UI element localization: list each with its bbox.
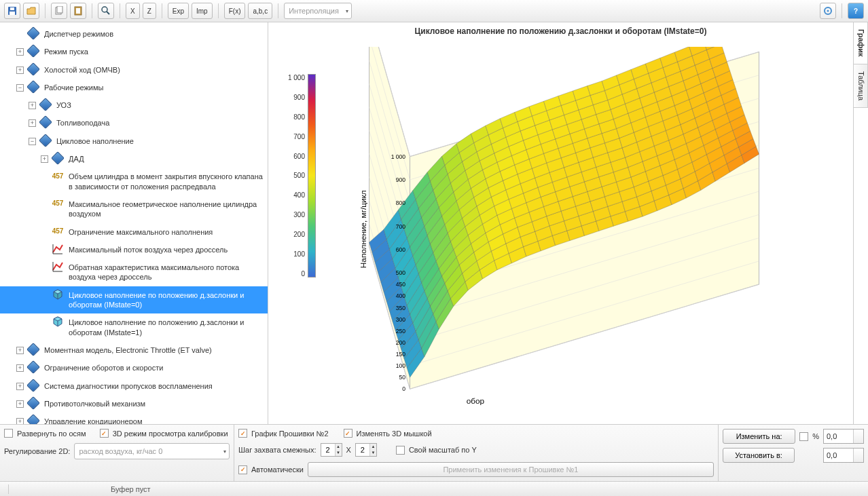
tree-item-label: Управление кондиционером	[44, 414, 265, 424]
diamond-icon	[26, 26, 40, 40]
buffer-status: Буфер пуст	[111, 485, 151, 493]
tree-expander[interactable]: −	[29, 138, 36, 145]
find-button[interactable]	[98, 3, 114, 19]
tree-expander[interactable]: −	[16, 84, 24, 92]
number-icon: 457	[51, 197, 65, 210]
svg-text:200: 200	[396, 339, 406, 346]
apply-changes-button[interactable]: Применить изменения к Прошивке №1	[308, 462, 714, 477]
graph-fw2-checkbox[interactable]	[238, 429, 247, 438]
export-button[interactable]: Exp	[168, 3, 189, 19]
chart-icon	[51, 260, 65, 273]
change-by-button[interactable]: Изменить на:	[723, 429, 795, 444]
step-y-spinner[interactable]: ▲▼	[355, 443, 377, 457]
tree-item-label: Диспетчер режимов	[44, 26, 265, 41]
tree-item[interactable]: Диспетчер режимов	[0, 25, 268, 43]
tree-item[interactable]: +Режим пуска	[0, 43, 268, 60]
own-scale-y-label: Свой масштаб по Y	[409, 446, 477, 454]
tree-expander[interactable]: +	[16, 418, 24, 424]
svg-text:50: 50	[399, 374, 406, 381]
tree-expander[interactable]: +	[16, 66, 24, 74]
tree-expander[interactable]: +	[16, 383, 24, 390]
tree-panel[interactable]: Диспетчер режимов+Режим пуска+Холостой х…	[0, 22, 268, 424]
tree-expander	[41, 201, 48, 208]
surface-3d[interactable]: Наполнение, мг/циклрасход воздуха, кг/ча…	[323, 47, 846, 424]
tree-item[interactable]: +УОЗ	[0, 96, 268, 114]
tree-item-label: ДАД	[69, 151, 265, 166]
tree-item[interactable]: +Холостой ход (ОМЧВ)	[0, 61, 268, 79]
svg-rect-6	[76, 8, 80, 14]
tree-expander	[41, 319, 48, 326]
interpolation-dropdown[interactable]: Интерполяция	[284, 3, 352, 19]
own-scale-y-checkbox[interactable]	[396, 446, 405, 455]
svg-rect-1	[10, 12, 15, 15]
help-button[interactable]: ?	[848, 3, 864, 19]
tree-item[interactable]: +Управление кондиционером	[0, 413, 268, 424]
tree-item[interactable]: +Противотолчковый механизм	[0, 395, 268, 413]
z-axis-button[interactable]: Z	[143, 3, 156, 19]
svg-text:900: 900	[396, 176, 406, 183]
set-to-value[interactable]: 0,0	[823, 448, 864, 463]
tree-item[interactable]: +Система диагностики пропусков воспламен…	[0, 377, 268, 395]
fx-button[interactable]: F(x)	[224, 3, 246, 19]
tree-expander[interactable]: +	[16, 400, 24, 408]
diamond-icon	[26, 343, 40, 356]
tree-item[interactable]: 457Максимальное геометрическое наполнени…	[0, 195, 268, 223]
tree-item[interactable]: +Топливоподача	[0, 114, 268, 132]
tree-item-label: Объем цилиндра в момент закрытия впускно…	[69, 169, 265, 194]
tree-item[interactable]: +Ограничение оборотов и скорости	[0, 359, 268, 377]
tree-item[interactable]: 457Объем цилиндра в момент закрытия впус…	[0, 168, 268, 195]
tree-item[interactable]: −Рабочие режимы	[0, 79, 268, 96]
change-3d-mouse-checkbox[interactable]	[344, 429, 352, 438]
svg-text:0: 0	[402, 385, 405, 392]
chart-panel: Цикловое наполнение по положению д.засло…	[268, 22, 853, 424]
x-axis-button[interactable]: X	[126, 3, 140, 19]
percent-checkbox[interactable]	[799, 432, 808, 441]
tree-expander	[41, 229, 48, 236]
tree-expander[interactable]: +	[41, 155, 48, 163]
colorbar: 1 0009008007006005004003002001000	[275, 74, 316, 424]
tree-item[interactable]: Обратная характеристика максимального по…	[0, 259, 268, 286]
svg-text:1 000: 1 000	[391, 153, 406, 160]
tree-item[interactable]: Цикловое наполнение по положению д.засло…	[0, 286, 268, 314]
bottom-panel: Развернуть по осям 3D режим просмотра ка…	[0, 424, 868, 481]
tree-expander[interactable]: +	[16, 347, 24, 354]
tree-item-label: Рабочие режимы	[44, 80, 265, 95]
expand-axes-checkbox[interactable]	[4, 429, 13, 438]
tree-item[interactable]: −Цикловое наполнение	[0, 132, 268, 150]
change-by-value[interactable]: 0,0	[823, 429, 864, 444]
tree-item-label: Ограничение оборотов и скорости	[44, 360, 265, 375]
tree-item[interactable]: +Моментная модель, Electronic Throttle (…	[0, 341, 268, 359]
tree-item-label: Противотолчковый механизм	[44, 396, 265, 411]
import-button[interactable]: Imp	[192, 3, 213, 19]
tab-table[interactable]: Таблица	[854, 64, 868, 108]
reg-2d-dropdown[interactable]: расход воздуха, кг/час 0	[74, 443, 230, 459]
tab-graph[interactable]: График	[854, 22, 868, 64]
open-button[interactable]	[23, 3, 39, 19]
status-bar: Буфер пуст	[0, 481, 868, 496]
tree-expander[interactable]: +	[29, 102, 36, 109]
set-to-button[interactable]: Установить в:	[723, 448, 795, 463]
tree-expander[interactable]: +	[29, 119, 36, 127]
tree-item[interactable]: +ДАД	[0, 150, 268, 168]
change-3d-mouse-label: Изменять 3D мышкой	[357, 430, 432, 438]
paste-button[interactable]	[70, 3, 86, 19]
auto-checkbox[interactable]	[238, 465, 247, 474]
tree-expander[interactable]: +	[16, 364, 24, 372]
side-tabs: График Таблица	[853, 22, 868, 424]
tree-expander[interactable]: +	[16, 48, 24, 56]
copy-button[interactable]	[51, 3, 67, 19]
save-button[interactable]	[4, 3, 20, 19]
settings-button[interactable]	[820, 3, 836, 19]
abc-button[interactable]: a,b,c	[248, 3, 272, 19]
svg-text:150: 150	[396, 351, 406, 358]
mode-3d-checkbox[interactable]	[100, 429, 109, 438]
diamond-icon	[39, 98, 52, 111]
tree-item[interactable]: Максимальный поток воздуха через дроссел…	[0, 241, 268, 259]
svg-text:300: 300	[396, 316, 406, 323]
chart-title: Цикловое наполнение по положению д.засло…	[268, 22, 853, 40]
tree-item[interactable]: 457Ограничение максимального наполнения	[0, 223, 268, 241]
step-x-spinner[interactable]: ▲▼	[321, 443, 342, 457]
tree-expander	[41, 246, 48, 254]
tree-item[interactable]: Цикловое наполнение по положению д.засло…	[0, 313, 268, 341]
svg-rect-4	[57, 6, 62, 13]
